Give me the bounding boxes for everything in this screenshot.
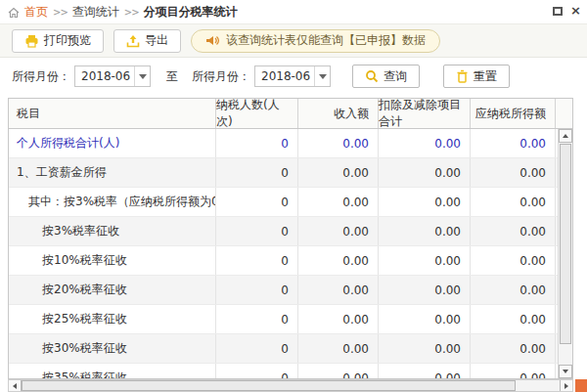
cell-value: 0 <box>216 217 298 245</box>
breadcrumb: 首页 >> 查询统计 >> 分项目分税率统计 <box>8 4 238 21</box>
cell-value: 0.00 <box>471 158 556 187</box>
cell-value: 0.00 <box>379 276 471 304</box>
tax-item-label: 1、工资薪金所得 <box>9 158 216 187</box>
speaker-icon <box>205 34 220 47</box>
cell-value: 0.00 <box>298 276 379 304</box>
close-button[interactable]: × <box>570 5 581 17</box>
titlebar: 首页 >> 查询统计 >> 分项目分税率统计 × <box>0 0 587 23</box>
table-row[interactable]: 按30%税率征收00.000.000.00 <box>9 334 558 364</box>
cell-value: 0.00 <box>471 188 556 216</box>
cell-value: 0.00 <box>298 158 379 187</box>
print-preview-label: 打印预览 <box>44 32 91 49</box>
home-icon <box>8 7 20 19</box>
export-button[interactable]: 导出 <box>113 29 181 53</box>
to-month-label: 所得月份： <box>192 68 250 85</box>
table-body: 个人所得税合计(人)00.000.000.001、工资薪金所得00.000.00… <box>9 129 558 378</box>
reset-button[interactable]: 重置 <box>443 65 510 88</box>
horizontal-scrollbar-thumb[interactable] <box>22 380 516 391</box>
breadcrumb-home-link[interactable]: 首页 <box>24 4 48 21</box>
printer-icon <box>24 34 39 48</box>
cell-value: 0 <box>216 364 298 378</box>
column-header: 收入额 <box>298 99 379 128</box>
to-month-value: 2018-06 <box>255 69 310 83</box>
scroll-right-button[interactable] <box>560 380 572 391</box>
cell-value: 0.00 <box>298 246 379 275</box>
cell-value: 0 <box>216 188 298 216</box>
horizontal-scrollbar[interactable] <box>8 379 573 392</box>
filter-bar: 所得月份： 2018-06 至 所得月份： 2018-06 查询 重置 <box>0 59 587 94</box>
cell-value: 0.00 <box>379 334 471 363</box>
cell-value: 0.00 <box>298 334 379 363</box>
notice-banner: 该查询统计表仅能查询【已申报】数据 <box>191 29 440 53</box>
cell-value: 0 <box>216 305 298 333</box>
reset-trash-icon <box>456 69 469 83</box>
cell-value: 0 <box>216 246 298 275</box>
to-month-select[interactable]: 2018-06 <box>254 65 331 87</box>
print-preview-button[interactable]: 打印预览 <box>12 29 104 53</box>
table-row[interactable]: 按10%税率征收00.000.000.00 <box>9 246 558 276</box>
from-month-select[interactable]: 2018-06 <box>74 65 151 87</box>
cell-value: 0.00 <box>379 129 471 157</box>
cell-value: 0.00 <box>379 305 471 333</box>
from-month-value: 2018-06 <box>75 69 130 83</box>
cell-value: 0.00 <box>471 276 556 304</box>
table-row[interactable]: 按20%税率征收00.000.000.00 <box>9 276 558 305</box>
column-header: 税目 <box>9 99 216 128</box>
cell-value: 0.00 <box>471 334 556 363</box>
table-header-row: 税目纳税人数(人次)收入额扣除及减除项目合计应纳税所得额 <box>9 99 572 129</box>
reset-label: 重置 <box>474 68 497 85</box>
tax-item-label: 按10%税率征收 <box>9 246 216 275</box>
cell-value: 0.00 <box>298 129 379 157</box>
breadcrumb-separator: >> <box>124 7 139 18</box>
resize-corner <box>575 379 587 392</box>
query-label: 查询 <box>384 68 407 85</box>
breadcrumb-item-query-stats[interactable]: 查询统计 <box>72 4 119 21</box>
cell-value: 0.00 <box>379 246 471 275</box>
cell-value: 0.00 <box>298 364 379 378</box>
chevron-down-icon <box>134 66 150 86</box>
table-row[interactable]: 按35%税率征收00.000.000.00 <box>9 364 558 378</box>
cell-value: 0.00 <box>298 188 379 216</box>
tax-item-label: 按25%税率征收 <box>9 305 216 333</box>
scroll-down-button[interactable] <box>559 365 572 378</box>
tax-item-label: 按35%税率征收 <box>9 364 216 378</box>
cell-value: 0.00 <box>471 129 556 157</box>
to-label: 至 <box>166 68 178 85</box>
table-row[interactable]: 按25%税率征收00.000.000.00 <box>9 305 558 334</box>
cell-value: 0.00 <box>298 217 379 245</box>
export-upload-icon <box>126 34 140 48</box>
vertical-scrollbar[interactable] <box>558 129 572 378</box>
vertical-scrollbar-thumb[interactable] <box>560 144 571 344</box>
tax-item-label: 其中：按3%税率（应纳税所得额为0）征收 <box>9 188 216 216</box>
cell-value: 0.00 <box>379 364 471 378</box>
table-row[interactable]: 1、工资薪金所得00.000.000.00 <box>9 158 558 188</box>
tax-item-label: 个人所得税合计(人) <box>9 129 216 157</box>
cell-value: 0 <box>216 276 298 304</box>
scroll-left-button[interactable] <box>9 380 22 391</box>
cell-value: 0.00 <box>379 217 471 245</box>
column-header: 扣除及减除项目合计 <box>379 99 471 128</box>
table-row[interactable]: 按3%税率征收00.000.000.00 <box>9 217 558 246</box>
from-month-label: 所得月份： <box>12 68 70 85</box>
search-icon <box>365 69 379 83</box>
breadcrumb-item-current-page: 分项目分税率统计 <box>144 4 238 21</box>
cell-value: 0 <box>216 158 298 187</box>
column-header-filler <box>556 99 572 128</box>
toolbar: 打印预览 导出 该查询统计表仅能查询【已申报】数据 <box>0 23 587 58</box>
export-label: 导出 <box>145 32 168 49</box>
cell-value: 0.00 <box>379 188 471 216</box>
query-button[interactable]: 查询 <box>352 65 420 88</box>
cell-value: 0.00 <box>471 217 556 245</box>
breadcrumb-separator: >> <box>53 7 68 18</box>
scroll-up-button[interactable] <box>559 129 572 143</box>
notice-text: 该查询统计表仅能查询【已申报】数据 <box>226 32 426 49</box>
tax-item-label: 按3%税率征收 <box>9 217 216 245</box>
column-header: 纳税人数(人次) <box>216 99 298 128</box>
column-header: 应纳税所得额 <box>471 99 556 128</box>
table-row[interactable]: 个人所得税合计(人)00.000.000.00 <box>9 129 558 158</box>
cell-value: 0.00 <box>298 305 379 333</box>
tax-item-label: 按30%税率征收 <box>9 334 216 363</box>
cell-value: 0.00 <box>471 305 556 333</box>
maximize-button[interactable] <box>553 7 563 16</box>
table-row[interactable]: 其中：按3%税率（应纳税所得额为0）征收00.000.000.00 <box>9 188 558 217</box>
